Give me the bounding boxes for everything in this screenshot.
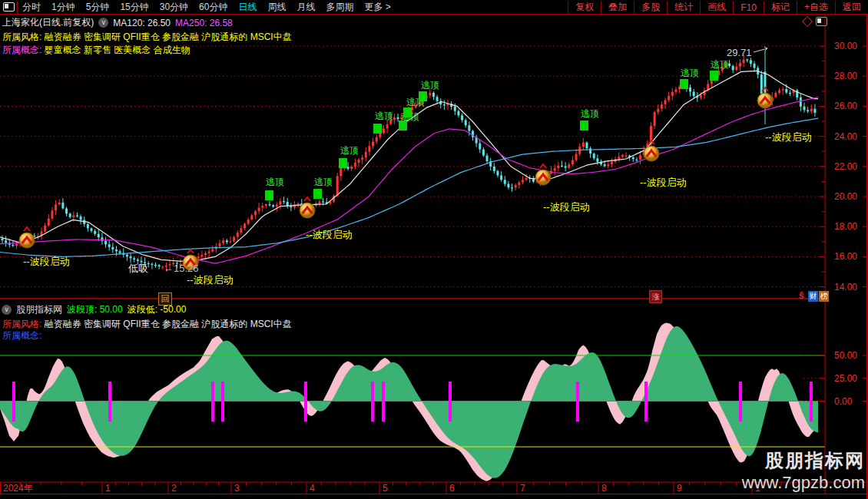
tool-button-叠加[interactable]: 叠加 — [601, 1, 634, 14]
tool-button-多股[interactable]: 多股 — [634, 1, 667, 14]
svg-text:30.00: 30.00 — [834, 41, 857, 51]
svg-text:--波段启动: --波段启动 — [543, 201, 590, 213]
rank-badge[interactable]: 榜 — [819, 291, 829, 302]
period-tab-周线[interactable]: 周线 — [267, 1, 286, 14]
tool-button-复权[interactable]: 复权 — [568, 1, 601, 14]
svg-text:--波段启动: --波段启动 — [765, 131, 812, 143]
svg-text:1: 1 — [105, 483, 111, 494]
period-tab-多周期[interactable]: 多周期 — [326, 1, 353, 14]
svg-text:低吸: 低吸 — [128, 263, 148, 274]
svg-text:18.00: 18.00 — [834, 221, 857, 232]
svg-text:14.00: 14.00 — [834, 282, 857, 292]
stock-title: 上海家化(日线.前复权) — [2, 16, 94, 29]
period-tab-60分钟[interactable]: 60分钟 — [199, 1, 227, 14]
tools-toolbar: 复权叠加多股统计画线F10标记+自选返回 — [568, 1, 868, 14]
app-window: 30.0028.0026.0024.0022.0020.0018.0016.00… — [0, 0, 868, 499]
svg-text:逃顶: 逃顶 — [711, 59, 729, 70]
svg-text:逃顶: 逃顶 — [340, 145, 359, 156]
hui-marker-badge[interactable]: 回 — [158, 292, 172, 306]
watermark: 股朋指标网 www.7gpzb.com — [742, 448, 865, 493]
svg-text:20.00: 20.00 — [834, 191, 857, 202]
split-view-icon — [3, 2, 15, 12]
indicator-concept-row: 所属概念: — [2, 329, 41, 342]
style-tags-row: 所属风格: 融资融券 密集调研 QFII重仓 参股金融 沪股通标的 MSCI中盘 — [2, 31, 292, 44]
finance-badge[interactable]: 财 — [808, 291, 818, 302]
svg-text:26.00: 26.00 — [834, 101, 857, 111]
style-values: 融资融券 密集调研 QFII重仓 参股金融 沪股通标的 MSCI中盘 — [45, 319, 292, 329]
svg-text:9: 9 — [677, 483, 682, 494]
svg-text:29.71: 29.71 — [727, 47, 752, 58]
svg-text:←15.26: ←15.26 — [164, 263, 199, 274]
chart-canvas[interactable]: 30.0028.0026.0024.0022.0020.0018.0016.00… — [0, 0, 868, 499]
svg-text:0.00: 0.00 — [834, 396, 853, 407]
period-tab-分时[interactable]: 分时 — [22, 1, 41, 14]
indicator-source: 股朋指标网 — [16, 303, 62, 316]
svg-text:逃顶: 逃顶 — [681, 68, 699, 78]
svg-text:8: 8 — [601, 483, 607, 494]
svg-text:25.00: 25.00 — [834, 373, 857, 384]
period-tab-日线[interactable]: 日线 — [238, 1, 257, 14]
style-label: 所属风格: — [2, 319, 41, 329]
s-point-badge[interactable]: ŝ — [799, 291, 804, 300]
svg-text:--波段启动: --波段启动 — [187, 274, 234, 286]
tool-button-统计[interactable]: 统计 — [667, 1, 700, 14]
period-tab-5分钟[interactable]: 5分钟 — [86, 1, 110, 14]
svg-text:7: 7 — [520, 483, 525, 494]
svg-text:逃顶: 逃顶 — [266, 177, 284, 187]
zhang-marker-badge: 涨 — [649, 290, 662, 303]
layout-toggle-button[interactable] — [0, 1, 18, 14]
tool-button-返回[interactable]: 返回 — [835, 1, 868, 14]
chart-title-row: 上海家化(日线.前复权) ∨ MA120: 26.50 MA250: 26.58 — [2, 16, 233, 29]
svg-text:逃顶: 逃顶 — [375, 111, 393, 121]
chart-corner-icons — [803, 17, 827, 26]
tool-button-画线[interactable]: 画线 — [700, 1, 733, 14]
period-tab-月线[interactable]: 月线 — [297, 1, 315, 14]
svg-text:逃顶: 逃顶 — [314, 177, 333, 187]
period-tab-1分钟[interactable]: 1分钟 — [51, 1, 75, 14]
svg-text:--波段启动: --波段启动 — [306, 229, 353, 240]
svg-text:4: 4 — [310, 483, 315, 494]
watermark-name: 股朋指标网 — [742, 448, 865, 473]
ma250-value: MA250: 26.58 — [175, 18, 233, 28]
tool-button-F10[interactable]: F10 — [733, 1, 764, 14]
style-label: 所属风格: — [2, 31, 41, 42]
style-values[interactable]: 融资融券 密集调研 QFII重仓 参股金融 沪股通标的 MSCI中盘 — [45, 31, 292, 42]
ma120-value: MA120: 26.50 — [113, 18, 171, 28]
svg-text:24.00: 24.00 — [834, 131, 857, 142]
period-tab-更多 >[interactable]: 更多 > — [364, 1, 390, 14]
diamond-marker-icon[interactable] — [802, 16, 813, 27]
tool-button-标记[interactable]: 标记 — [764, 1, 797, 14]
period-tab-30分钟[interactable]: 30分钟 — [160, 1, 188, 14]
svg-text:28.00: 28.00 — [834, 71, 857, 81]
svg-text:--波段启动: --波段启动 — [23, 256, 70, 267]
svg-text:6: 6 — [449, 483, 455, 494]
svg-text:3: 3 — [234, 483, 240, 494]
chevron-down-icon[interactable]: ∨ — [98, 18, 108, 28]
svg-text:--波段启动: --波段启动 — [640, 177, 687, 188]
tool-button-+自选[interactable]: +自选 — [797, 1, 835, 14]
svg-text:逃顶: 逃顶 — [421, 80, 439, 91]
period-toolbar: 分时1分钟5分钟15分钟30分钟60分钟日线周线月线多周期更多 > 复权叠加多股… — [0, 0, 868, 15]
period-tabs: 分时1分钟5分钟15分钟30分钟60分钟日线周线月线多周期更多 > — [18, 1, 391, 14]
svg-text:逃顶: 逃顶 — [581, 108, 599, 119]
svg-text:2024年: 2024年 — [3, 483, 33, 494]
concept-label: 所属概念: — [2, 330, 41, 341]
window-toggle-icon[interactable] — [816, 17, 827, 26]
svg-text:5: 5 — [383, 483, 388, 494]
watermark-url: www.7gpzb.com — [742, 473, 865, 493]
band-low-value: 波段低: -50.00 — [128, 303, 187, 316]
concept-tags-row: 所属概念: 婴童概念 新零售 医美概念 合成生物 — [2, 44, 190, 57]
chevron-down-icon[interactable]: ∨ — [2, 305, 12, 315]
svg-text:2: 2 — [171, 483, 177, 494]
svg-text:50.00: 50.00 — [834, 350, 857, 361]
concept-values[interactable]: 婴童概念 新零售 医美概念 合成生物 — [45, 45, 190, 55]
svg-text:22.00: 22.00 — [834, 161, 857, 172]
period-tab-15分钟[interactable]: 15分钟 — [120, 1, 148, 14]
svg-text:16.00: 16.00 — [834, 251, 857, 262]
band-top-value: 波段顶: 50.00 — [67, 303, 123, 316]
concept-label: 所属概念: — [2, 45, 41, 55]
indicator-style-row: 所属风格: 融资融券 密集调研 QFII重仓 参股金融 沪股通标的 MSCI中盘 — [2, 318, 292, 331]
